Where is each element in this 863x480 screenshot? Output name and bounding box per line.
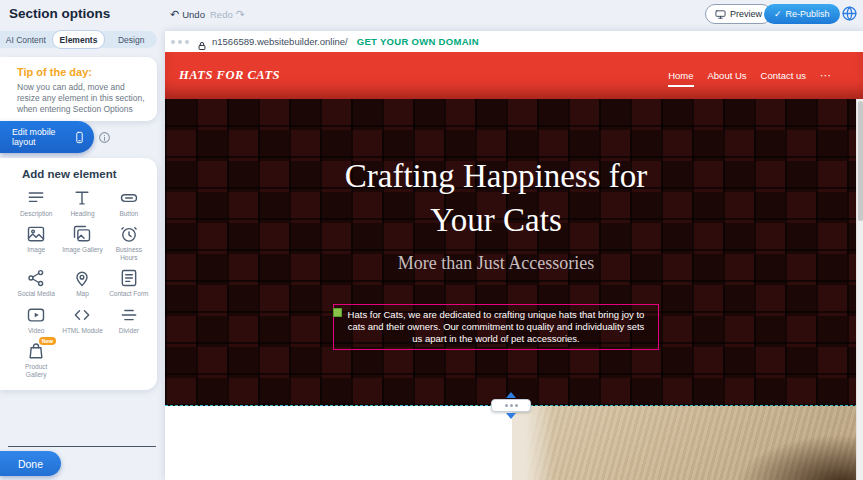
image-gallery-icon (72, 224, 92, 244)
add-element-panel: Add new element Description Heading Butt… (0, 158, 157, 390)
redo-icon: ↷ (236, 8, 245, 21)
site-logo[interactable]: HATS FOR CATS (179, 68, 280, 83)
contact-form-icon (119, 268, 139, 288)
hero-title[interactable]: Crafting Happiness for Your Cats (320, 155, 672, 243)
arrow-up-icon (506, 392, 516, 398)
panel-tabs: AI Content Elements Design (0, 31, 157, 48)
element-image[interactable]: Image (14, 224, 58, 261)
page-title: Section options (9, 0, 110, 28)
redo-button[interactable]: Redo ↷ (210, 0, 245, 28)
scrollbar-thumb[interactable] (858, 101, 863, 221)
hero-section: Crafting Happiness for Your Cats More th… (165, 99, 863, 406)
done-button[interactable]: Done (0, 451, 61, 476)
add-panel-title: Add new element (22, 168, 151, 180)
check-icon: ✓ (774, 9, 782, 19)
language-globe-icon[interactable] (841, 5, 858, 22)
heading-icon (72, 188, 92, 208)
browser-address-bar: n1566589.websitebuilder.online/ GET YOUR… (165, 31, 863, 52)
element-html-module[interactable]: HTML Module (60, 305, 104, 334)
tip-card: Tip of the day: Now you can add, move an… (0, 57, 157, 121)
element-business-hours[interactable]: Business Hours (107, 224, 151, 261)
arrow-down-icon (506, 413, 516, 419)
nav-more-icon[interactable]: ⋯ (820, 69, 831, 82)
done-label: Done (18, 458, 43, 470)
tab-design[interactable]: Design (105, 31, 157, 48)
video-icon (26, 305, 46, 325)
tip-body: Now you can add, move and resize any ele… (17, 82, 145, 115)
site-header: HATS FOR CATS Home About Us Contact us ⋯ (165, 52, 863, 99)
edit-mobile-layout-button[interactable]: Edit mobile layout (0, 121, 94, 153)
lock-icon (197, 37, 207, 47)
element-image-gallery[interactable]: Image Gallery (60, 224, 104, 261)
social-media-icon (26, 268, 46, 288)
undo-label: Undo (182, 9, 205, 20)
nav-contact-us[interactable]: Contact us (761, 70, 806, 81)
monitor-icon (715, 9, 726, 20)
redo-label: Redo (210, 9, 233, 20)
republish-button[interactable]: ✓ Re-Publish (764, 4, 840, 24)
element-contact-form[interactable]: Contact Form (107, 268, 151, 297)
element-drag-handle[interactable] (333, 308, 342, 317)
element-grid: Description Heading Button Image Image G… (14, 188, 151, 378)
phone-icon (73, 128, 86, 147)
nav-about-us[interactable]: About Us (708, 70, 747, 81)
html-module-icon (72, 305, 92, 325)
undo-button[interactable]: ↶ Undo (170, 0, 205, 28)
element-map[interactable]: Map (60, 268, 104, 297)
sidebar-divider (8, 446, 156, 447)
new-badge: New (39, 337, 56, 345)
selected-text-element[interactable]: Hats for Cats, we are dedicated to craft… (333, 304, 659, 350)
tip-title: Tip of the day: (17, 66, 145, 78)
divider-icon (119, 305, 139, 325)
hero-subtitle[interactable]: More than Just Accessories (398, 253, 594, 274)
window-dots-icon (171, 40, 189, 44)
button-icon (119, 188, 139, 208)
preview-button[interactable]: Preview (705, 4, 772, 24)
product-gallery-icon: New (26, 341, 46, 361)
element-button[interactable]: Button (107, 188, 151, 217)
tab-ai-content[interactable]: AI Content (0, 31, 52, 48)
hero-paragraph: Hats for Cats, we are dedicated to craft… (343, 309, 649, 345)
map-icon (72, 268, 92, 288)
edit-mobile-label: Edit mobile layout (12, 127, 67, 147)
preview-label: Preview (730, 9, 762, 19)
business-hours-icon (119, 224, 139, 244)
get-domain-link[interactable]: GET YOUR OWN DOMAIN (357, 36, 479, 47)
image-icon (26, 224, 46, 244)
element-divider[interactable]: Divider (107, 305, 151, 334)
site-nav: Home About Us Contact us ⋯ (668, 69, 831, 82)
top-bar: Section options ↶ Undo Redo ↷ Preview ✓ … (0, 0, 863, 28)
republish-label: Re-Publish (786, 9, 830, 19)
description-icon (26, 188, 46, 208)
app-root: Section options ↶ Undo Redo ↷ Preview ✓ … (0, 0, 863, 480)
tab-elements[interactable]: Elements (52, 30, 106, 49)
preview-scrollbar[interactable] (856, 99, 863, 480)
site-preview: n1566589.websitebuilder.online/ GET YOUR… (165, 31, 863, 480)
element-social-media[interactable]: Social Media (14, 268, 58, 297)
section-resize-handle[interactable] (487, 392, 535, 419)
element-heading[interactable]: Heading (60, 188, 104, 217)
undo-icon: ↶ (170, 8, 179, 21)
resize-grip (491, 399, 531, 412)
site-url: n1566589.websitebuilder.online/ (212, 36, 348, 47)
element-description[interactable]: Description (14, 188, 58, 217)
element-product-gallery[interactable]: New Product Gallery (14, 341, 58, 378)
info-icon[interactable] (98, 130, 111, 143)
nav-home[interactable]: Home (668, 70, 693, 81)
section-image[interactable] (512, 406, 856, 480)
hero-content: Crafting Happiness for Your Cats More th… (165, 99, 863, 406)
element-video[interactable]: Video (14, 305, 58, 334)
